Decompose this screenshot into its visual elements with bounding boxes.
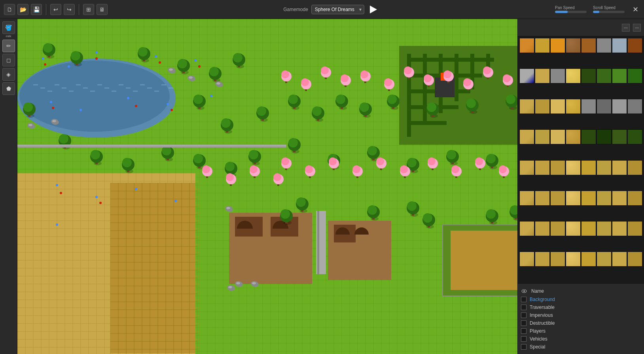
palette-tile-41[interactable] <box>535 191 550 206</box>
palette-tile-5[interactable] <box>597 38 612 53</box>
palette-tile-37[interactable] <box>597 160 612 175</box>
palette-tile-13[interactable] <box>597 68 612 83</box>
palette-control-dash2[interactable]: — <box>633 24 641 32</box>
palette-tile-43[interactable] <box>566 191 581 206</box>
map-area[interactable] <box>17 19 517 354</box>
palette-tile-0[interactable] <box>519 38 534 53</box>
palette-tile-20[interactable] <box>581 99 596 114</box>
close-button[interactable]: ✕ <box>631 4 640 15</box>
palette-tile-57[interactable] <box>535 252 550 267</box>
redo-button[interactable]: ↪ <box>64 4 75 15</box>
palette-tile-59[interactable] <box>566 252 581 267</box>
palette-tile-42[interactable] <box>550 191 565 206</box>
pan-speed-track[interactable] <box>555 11 587 13</box>
palette-tile-60[interactable] <box>581 252 596 267</box>
palette-tile-28[interactable] <box>581 129 596 144</box>
palette-tile-56[interactable] <box>519 252 534 267</box>
palette-tile-24[interactable] <box>519 129 534 144</box>
palette-tile-11[interactable] <box>566 68 581 83</box>
tool-eraser-button[interactable]: ◻ <box>2 54 15 66</box>
palette-tile-51[interactable] <box>566 221 581 236</box>
tile-palette <box>518 36 644 284</box>
palette-tile-47[interactable] <box>627 191 642 206</box>
palette-tile-39[interactable] <box>627 160 642 175</box>
tool-fill-button[interactable]: ◈ <box>2 68 15 81</box>
prop-players-checkbox[interactable] <box>521 328 527 334</box>
palette-tile-12[interactable] <box>581 68 596 83</box>
palette-tile-50[interactable] <box>550 221 565 236</box>
palette-tile-9[interactable] <box>535 68 550 83</box>
right-panel: — — Name Background Traversable <box>517 19 644 354</box>
palette-tile-18[interactable] <box>550 99 565 114</box>
open-button[interactable]: 📂 <box>17 4 28 15</box>
palette-tile-53[interactable] <box>597 221 612 236</box>
separator-1 <box>46 4 46 15</box>
grid-button[interactable]: ⊞ <box>83 4 94 15</box>
palette-tile-63[interactable] <box>627 252 642 267</box>
palette-tile-2[interactable] <box>550 38 565 53</box>
prop-background-checkbox[interactable] <box>521 297 527 302</box>
palette-control-dash1[interactable]: — <box>622 24 630 32</box>
undo-button[interactable]: ↩ <box>50 4 61 15</box>
prop-destructible-checkbox[interactable] <box>521 320 527 326</box>
palette-tile-7[interactable] <box>627 38 642 53</box>
palette-tile-34[interactable] <box>550 160 565 175</box>
eye-icon[interactable] <box>521 288 527 294</box>
palette-tile-62[interactable] <box>612 252 627 267</box>
palette-tile-35[interactable] <box>566 160 581 175</box>
palette-tile-19[interactable] <box>566 99 581 114</box>
map-canvas[interactable] <box>17 19 517 354</box>
palette-tile-8[interactable] <box>519 68 534 83</box>
tool-milk-button[interactable]: 🪣 <box>2 21 15 34</box>
save-button[interactable]: 💾 <box>31 4 42 15</box>
pan-speed-control: Pan Speed <box>555 6 587 13</box>
play-button[interactable] <box>367 4 379 15</box>
palette-tile-52[interactable] <box>581 221 596 236</box>
palette-tile-46[interactable] <box>612 191 627 206</box>
palette-tile-14[interactable] <box>612 68 627 83</box>
palette-tile-32[interactable] <box>519 160 534 175</box>
palette-tile-61[interactable] <box>597 252 612 267</box>
palette-tile-4[interactable] <box>581 38 596 53</box>
palette-tile-26[interactable] <box>550 129 565 144</box>
palette-tile-40[interactable] <box>519 191 534 206</box>
palette-tile-25[interactable] <box>535 129 550 144</box>
pan-speed-label: Pan Speed <box>555 6 575 10</box>
palette-tile-31[interactable] <box>627 129 642 144</box>
palette-tile-22[interactable] <box>612 99 627 114</box>
tool-picker-button[interactable]: ⬟ <box>2 82 15 95</box>
scroll-speed-track[interactable] <box>593 11 625 13</box>
palette-tile-33[interactable] <box>535 160 550 175</box>
screen-button[interactable]: 🖥 <box>97 4 108 15</box>
palette-tile-38[interactable] <box>612 160 627 175</box>
prop-traversable-checkbox[interactable] <box>521 305 527 310</box>
prop-special-checkbox[interactable] <box>521 344 527 350</box>
prop-impervious-checkbox[interactable] <box>521 312 527 318</box>
palette-tile-49[interactable] <box>535 221 550 236</box>
palette-tile-36[interactable] <box>581 160 596 175</box>
new-button[interactable]: 🗋 <box>4 4 15 15</box>
prop-vehicles-checkbox[interactable] <box>521 336 527 342</box>
palette-tile-29[interactable] <box>597 129 612 144</box>
gamemode-dropdown[interactable]: Sphere Of Dreams <box>311 5 364 14</box>
palette-tile-55[interactable] <box>627 221 642 236</box>
prop-special-label: Special <box>530 344 545 350</box>
palette-tile-15[interactable] <box>627 68 642 83</box>
palette-tile-17[interactable] <box>535 99 550 114</box>
palette-tile-45[interactable] <box>597 191 612 206</box>
palette-tile-27[interactable] <box>566 129 581 144</box>
palette-tile-21[interactable] <box>597 99 612 114</box>
palette-tile-23[interactable] <box>627 99 642 114</box>
palette-tile-30[interactable] <box>612 129 627 144</box>
palette-tile-3[interactable] <box>566 38 581 53</box>
palette-tile-54[interactable] <box>612 221 627 236</box>
palette-tile-16[interactable] <box>519 99 534 114</box>
svg-point-1 <box>523 290 525 292</box>
palette-tile-58[interactable] <box>550 252 565 267</box>
tool-pencil-button[interactable]: ✏ <box>2 40 15 52</box>
palette-tile-6[interactable] <box>612 38 627 53</box>
palette-tile-44[interactable] <box>581 191 596 206</box>
palette-tile-1[interactable] <box>535 38 550 53</box>
palette-tile-10[interactable] <box>550 68 565 83</box>
palette-tile-48[interactable] <box>519 221 534 236</box>
